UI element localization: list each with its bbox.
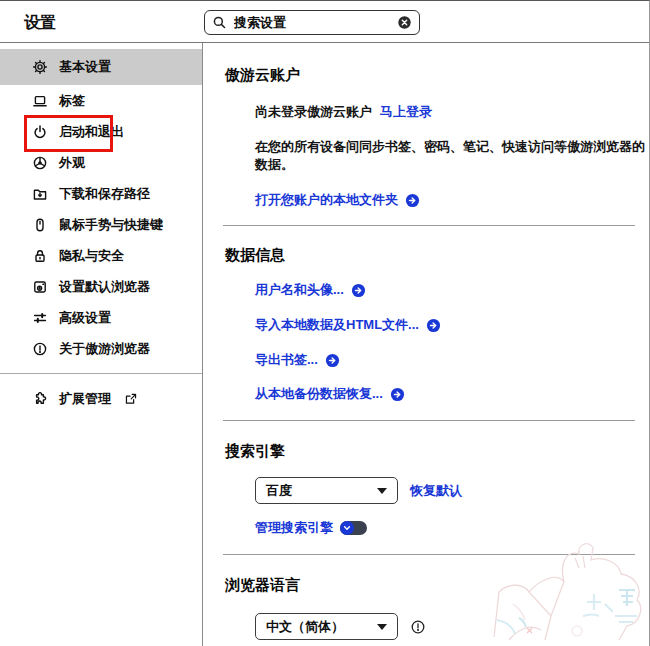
export-bookmarks-link[interactable]: 导出书签... xyxy=(255,351,318,369)
sidebar-item-label: 鼠标手势与快捷键 xyxy=(59,216,163,234)
settings-window: 设置 xyxy=(0,0,650,646)
sidebar-item-label: 外观 xyxy=(59,154,85,172)
section-title-browser-language: 浏览器语言 xyxy=(225,576,649,595)
section-divider xyxy=(223,225,635,226)
arrow-circle-icon[interactable] xyxy=(390,387,405,402)
sidebar-item-download-path[interactable]: 下载和保存路径 xyxy=(0,178,202,209)
sidebar-item-startup-exit[interactable]: 启动和退出 xyxy=(0,116,202,147)
restore-backup-link[interactable]: 从本地备份数据恢复... xyxy=(255,385,383,403)
sidebar-item-label: 关于傲游浏览器 xyxy=(59,340,150,358)
appearance-icon xyxy=(32,155,48,171)
search-engine-dropdown[interactable]: 百度 xyxy=(255,477,398,504)
sliders-icon xyxy=(32,310,48,326)
external-link-icon xyxy=(124,392,138,406)
sidebar-item-appearance[interactable]: 外观 xyxy=(0,147,202,178)
default-browser-icon xyxy=(32,279,48,295)
clear-icon[interactable] xyxy=(397,15,412,30)
section-divider xyxy=(223,554,635,555)
import-local-data-link[interactable]: 导入本地数据及HTML文件... xyxy=(255,316,419,334)
restore-default-link[interactable]: 恢复默认 xyxy=(410,482,462,500)
language-dropdown[interactable]: 中文（简体） xyxy=(255,613,398,640)
sidebar-item-extensions[interactable]: 扩展管理 xyxy=(0,383,202,414)
sidebar-item-label: 启动和退出 xyxy=(59,123,124,141)
section-divider xyxy=(223,420,635,421)
sidebar-item-basic-settings[interactable]: 基本设置 xyxy=(0,49,202,85)
power-icon xyxy=(32,124,48,140)
sidebar-item-label: 标签 xyxy=(59,92,85,110)
section-title-search-engine: 搜索引擎 xyxy=(225,442,649,461)
search-input[interactable] xyxy=(234,15,390,30)
arrow-circle-icon[interactable] xyxy=(351,283,366,298)
sidebar-item-advanced-settings[interactable]: 高级设置 xyxy=(0,302,202,333)
sidebar-item-label: 高级设置 xyxy=(59,309,111,327)
sidebar: 基本设置 标签 启动和退出 xyxy=(0,43,203,646)
sidebar-item-label: 下载和保存路径 xyxy=(59,185,150,203)
username-avatar-link[interactable]: 用户名和头像... xyxy=(255,281,344,299)
about-icon xyxy=(32,341,48,357)
chevron-down-icon xyxy=(377,488,387,494)
sidebar-item-mouse-gestures[interactable]: 鼠标手势与快捷键 xyxy=(0,209,202,240)
sidebar-item-tabs[interactable]: 标签 xyxy=(0,85,202,116)
mouse-icon xyxy=(32,217,48,233)
sidebar-item-label: 设置默认浏览器 xyxy=(59,278,150,296)
sidebar-item-label: 基本设置 xyxy=(59,58,111,76)
tabs-icon xyxy=(32,93,48,109)
expander-toggle-icon[interactable] xyxy=(340,521,367,535)
download-folder-icon xyxy=(32,186,48,202)
login-now-link[interactable]: 马上登录 xyxy=(380,103,432,121)
page-title: 设置 xyxy=(24,13,56,34)
login-status-text: 尚未登录傲游云账户 xyxy=(255,103,372,121)
settings-search-box[interactable] xyxy=(204,10,420,35)
language-selected-value: 中文（简体） xyxy=(266,618,344,636)
sidebar-item-label: 扩展管理 xyxy=(59,390,111,408)
search-engine-selected-value: 百度 xyxy=(266,482,292,500)
sidebar-item-privacy-security[interactable]: 隐私与安全 xyxy=(0,240,202,271)
main-content: 傲游云账户 尚未登录傲游云账户 马上登录 在您的所有设备间同步书签、密码、笔记、… xyxy=(203,43,649,646)
arrow-circle-icon[interactable] xyxy=(405,193,420,208)
search-icon xyxy=(212,15,227,30)
info-icon xyxy=(410,619,426,635)
open-local-folder-link[interactable]: 打开您账户的本地文件夹 xyxy=(255,191,398,209)
section-title-cloud-account: 傲游云账户 xyxy=(225,66,649,85)
arrow-circle-icon[interactable] xyxy=(426,318,441,333)
sidebar-item-default-browser[interactable]: 设置默认浏览器 xyxy=(0,271,202,302)
header: 设置 xyxy=(0,1,649,43)
chevron-down-icon xyxy=(377,624,387,630)
lock-icon xyxy=(32,248,48,264)
sidebar-item-label: 隐私与安全 xyxy=(59,247,124,265)
sync-description: 在您的所有设备间同步书签、密码、笔记、快速访问等傲游浏览器的数据。 xyxy=(255,138,649,174)
manage-search-engines-link[interactable]: 管理搜索引擎 xyxy=(255,519,333,537)
section-title-data-info: 数据信息 xyxy=(225,246,649,265)
arrow-circle-icon[interactable] xyxy=(325,353,340,368)
sidebar-item-about[interactable]: 关于傲游浏览器 xyxy=(0,333,202,364)
gear-icon xyxy=(32,59,48,75)
extensions-icon xyxy=(32,391,48,407)
